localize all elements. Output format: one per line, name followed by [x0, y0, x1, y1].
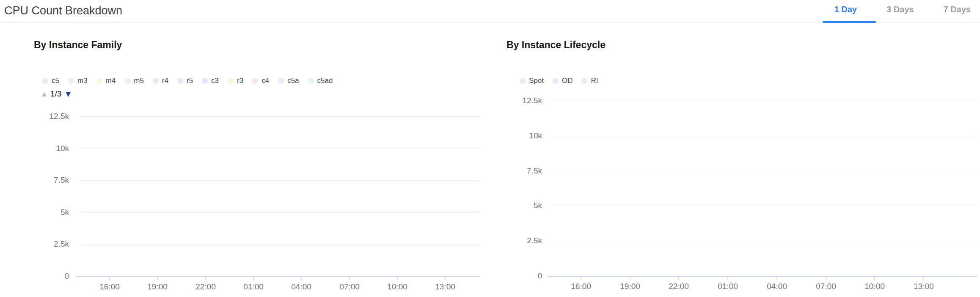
- legend-page-indicator: 1/3: [50, 89, 61, 99]
- x-axis-label: 01:00: [234, 282, 273, 292]
- x-axis-tick: [349, 277, 350, 280]
- legend-dot-icon: [153, 78, 159, 84]
- cpu-count-breakdown-panel: CPU Count Breakdown 1 Day3 Days7 Days By…: [0, 0, 980, 297]
- y-axis-label: 5k: [508, 201, 542, 211]
- x-axis-label: 16:00: [91, 282, 129, 292]
- legend-item-r5[interactable]: r5: [177, 77, 193, 85]
- gridline: [80, 180, 480, 181]
- y-axis-label: 7.5k: [508, 166, 542, 176]
- y-axis-label: 5k: [35, 207, 69, 217]
- legend-item-c4[interactable]: c4: [252, 77, 269, 85]
- gridline: [551, 171, 977, 171]
- legend-item-label: c5ad: [317, 77, 333, 85]
- legend-page-prev-icon[interactable]: ▲: [41, 91, 48, 98]
- x-axis-tick: [678, 277, 679, 280]
- legend-dot-icon: [202, 78, 208, 84]
- tab-7-days[interactable]: 7 Days: [944, 5, 971, 14]
- x-axis-line: [75, 276, 480, 277]
- legend-item-label: OD: [562, 77, 573, 85]
- chart-title: By Instance Family: [34, 39, 122, 51]
- gridline: [80, 212, 480, 213]
- legend-dot-icon: [520, 78, 526, 84]
- x-axis-tick: [109, 277, 110, 280]
- legend-item-spot[interactable]: Spot: [520, 77, 544, 85]
- legend-item-m4[interactable]: m4: [96, 77, 116, 85]
- active-tab-underline: [823, 21, 876, 23]
- x-axis-tick: [581, 277, 581, 280]
- x-axis-tick: [253, 277, 254, 280]
- legend-item-m5[interactable]: m5: [124, 77, 144, 85]
- legend-item-r3[interactable]: r3: [228, 77, 243, 85]
- legend-dot-icon: [553, 78, 559, 84]
- legend-dot-icon: [581, 78, 587, 84]
- x-axis-tick: [397, 277, 398, 280]
- legend-item-label: c5a: [287, 77, 299, 85]
- legend-page-next-icon[interactable]: ▼: [64, 90, 72, 98]
- x-axis-label: 10:00: [378, 282, 416, 292]
- x-axis-label: 13:00: [426, 282, 464, 292]
- legend-item-label: r3: [237, 77, 243, 85]
- x-axis-tick: [157, 277, 158, 280]
- tab-3-days[interactable]: 3 Days: [886, 5, 914, 14]
- legend: SpotODRI: [520, 77, 598, 85]
- x-axis-tick: [874, 277, 875, 280]
- legend-item-ri[interactable]: RI: [581, 77, 598, 85]
- legend: c5m3m4m5r4r5c3r3c4c5ac5ad: [42, 77, 333, 85]
- legend-item-label: c3: [211, 77, 219, 85]
- legend-item-c5[interactable]: c5: [42, 77, 59, 85]
- gridline: [551, 241, 977, 241]
- legend-item-label: c4: [262, 77, 269, 85]
- legend-item-label: r4: [162, 77, 168, 85]
- legend-item-label: Spot: [529, 77, 544, 85]
- x-axis-tick: [205, 277, 206, 280]
- legend-pagination: ▲1/3▼: [41, 89, 72, 99]
- x-axis-tick: [923, 277, 924, 280]
- tab-1-day[interactable]: 1 Day: [834, 5, 857, 14]
- x-axis-line: [547, 276, 977, 277]
- legend-dot-icon: [124, 78, 130, 84]
- legend-item-c3[interactable]: c3: [202, 77, 219, 85]
- x-axis-tick: [727, 277, 728, 280]
- x-axis-label: 07:00: [807, 281, 845, 292]
- chart-title: By Instance Lifecycle: [507, 39, 606, 51]
- gridline: [551, 136, 977, 136]
- legend-item-label: r5: [187, 77, 193, 85]
- legend-dot-icon: [42, 78, 48, 84]
- x-axis-tick: [445, 277, 446, 280]
- legend-item-c5a[interactable]: c5a: [278, 77, 299, 85]
- x-axis-label: 16:00: [562, 281, 600, 292]
- x-axis-tick: [630, 277, 630, 280]
- legend-dot-icon: [308, 78, 314, 84]
- gridline: [80, 116, 480, 117]
- x-axis-label: 19:00: [611, 281, 649, 292]
- x-axis-label: 22:00: [660, 281, 698, 292]
- y-axis-label: 10k: [35, 143, 69, 154]
- y-axis-label: 12.5k: [35, 111, 69, 121]
- gridline: [551, 101, 977, 101]
- legend-dot-icon: [68, 78, 74, 84]
- time-range-tabs: 1 Day3 Days7 Days: [834, 5, 971, 14]
- y-axis-label: 10k: [508, 131, 542, 141]
- y-axis-label: 2.5k: [508, 236, 542, 246]
- gridline: [80, 244, 480, 245]
- gridline: [80, 148, 480, 149]
- legend-item-od[interactable]: OD: [553, 77, 573, 85]
- y-axis-label: 2.5k: [35, 239, 69, 249]
- legend-item-label: m3: [77, 77, 88, 85]
- x-axis-label: 01:00: [709, 281, 747, 292]
- x-axis-label: 13:00: [905, 281, 943, 292]
- y-axis-label: 12.5k: [508, 96, 542, 106]
- y-axis-label: 7.5k: [35, 175, 69, 185]
- gridline: [551, 206, 977, 206]
- legend-dot-icon: [228, 78, 234, 84]
- legend-item-c5ad[interactable]: c5ad: [308, 77, 333, 85]
- legend-dot-icon: [177, 78, 183, 84]
- legend-item-m3[interactable]: m3: [68, 77, 88, 85]
- legend-dot-icon: [96, 78, 102, 84]
- x-axis-label: 04:00: [282, 282, 320, 292]
- x-axis-label: 19:00: [138, 282, 176, 292]
- x-axis-label: 10:00: [856, 281, 894, 292]
- x-axis-label: 22:00: [187, 282, 225, 292]
- legend-item-r4[interactable]: r4: [153, 77, 168, 85]
- legend-item-label: m4: [106, 77, 116, 85]
